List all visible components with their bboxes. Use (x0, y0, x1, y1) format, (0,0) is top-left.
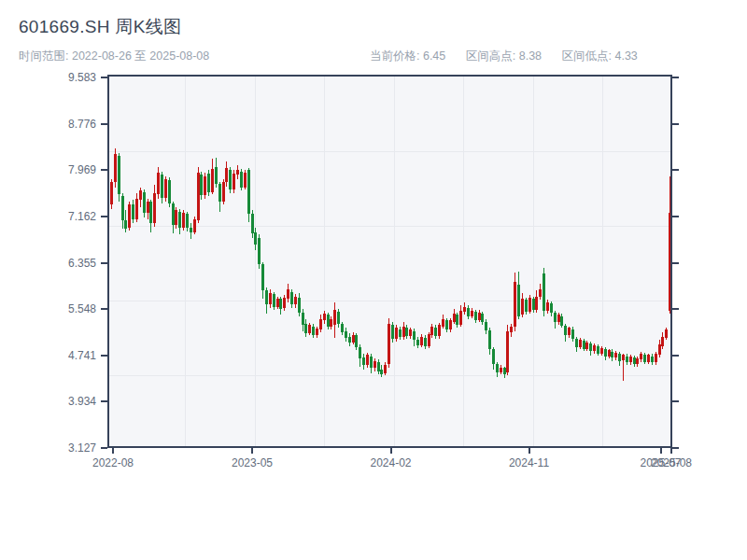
y-tick-mark-right (672, 447, 679, 449)
range-high-stat: 区间高点: 8.38 (466, 49, 542, 63)
x-tick-mark (112, 448, 114, 454)
candles-layer (109, 77, 670, 446)
y-tick-mark-right (672, 77, 679, 78)
x-axis-label: 2024-02 (370, 456, 411, 469)
h-gridline (109, 301, 670, 301)
x-axis-label: 2022-08 (92, 456, 134, 469)
y-axis-label: 4.741 (40, 349, 96, 362)
y-axis-label: 3.127 (40, 441, 96, 455)
x-tick-mark (390, 448, 392, 454)
v-gridline (602, 77, 603, 446)
v-gridline (255, 77, 256, 446)
y-tick-mark (101, 400, 107, 402)
y-tick-mark-right (672, 400, 679, 402)
x-tick-mark (529, 448, 530, 454)
y-tick-mark (101, 308, 107, 310)
y-axis-label: 7.969 (40, 163, 96, 176)
page-title: 601669.SH 周K线图 (19, 15, 181, 39)
y-tick-mark-right (672, 123, 679, 125)
x-tick-mark (251, 448, 253, 454)
v-gridline (533, 77, 534, 446)
range-low-stat: 区间低点: 4.33 (562, 49, 638, 63)
y-tick-mark-right (672, 308, 679, 310)
y-axis-label: 6.355 (40, 257, 96, 270)
v-gridline (324, 77, 325, 446)
v-gridline (394, 77, 395, 446)
x-tick-mark (660, 448, 662, 454)
v-gridline (463, 77, 464, 446)
y-tick-mark (101, 169, 107, 171)
y-tick-mark-right (672, 355, 679, 357)
kline-chart (107, 75, 672, 448)
x-axis-label: 2025-08 (651, 456, 692, 469)
y-axis-label: 7.162 (40, 210, 96, 223)
x-tick-mark (670, 448, 672, 454)
v-gridline (185, 77, 186, 446)
stats-row: 当前价格: 6.45 区间高点: 8.38 区间低点: 4.33 (370, 49, 655, 64)
y-tick-mark-right (672, 262, 679, 264)
x-axis-label: 2024-11 (509, 456, 549, 469)
x-axis-label: 2023-05 (232, 456, 273, 469)
y-tick-mark-right (672, 169, 679, 171)
y-axis-label: 9.583 (40, 71, 96, 84)
y-tick-mark-right (672, 216, 679, 217)
y-tick-mark (101, 262, 107, 264)
y-tick-mark (101, 447, 107, 449)
y-axis-label: 3.934 (40, 395, 96, 408)
h-gridline (109, 375, 670, 376)
y-tick-mark (101, 216, 107, 217)
current-price-stat: 当前价格: 6.45 (370, 49, 445, 63)
y-tick-mark (101, 355, 107, 357)
y-axis-label: 8.776 (40, 118, 96, 131)
h-gridline (109, 151, 670, 152)
y-tick-mark (101, 123, 107, 125)
y-axis-label: 5.548 (40, 302, 96, 315)
date-range-label: 时间范围: 2022-08-26 至 2025-08-08 (19, 49, 209, 64)
y-tick-mark (101, 77, 107, 78)
